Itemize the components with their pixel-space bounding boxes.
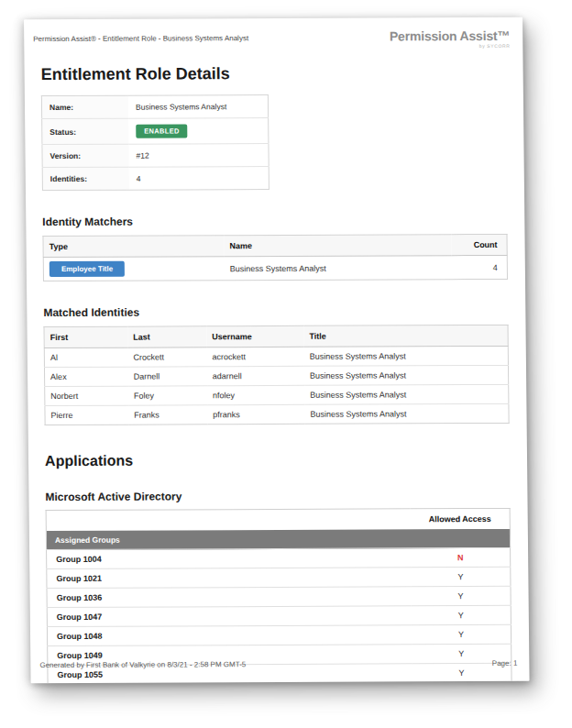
page-title: Entitlement Role Details: [41, 63, 506, 84]
table-row: Pierre Franks pfranks Business Systems A…: [45, 403, 509, 425]
matcher-name-cell: Business Systems Analyst: [225, 256, 452, 281]
detail-label: Version:: [42, 144, 129, 167]
table-row: Name: Business Systems Analyst: [41, 95, 268, 119]
table-row: Group 1048 Y: [47, 624, 511, 645]
report-header: Permission Assist® - Entitlement Role - …: [24, 17, 522, 50]
identity-last: Franks: [128, 405, 207, 425]
matcher-type-cell: Employee Title: [43, 257, 225, 281]
table-header-row: First Last Username Title: [44, 325, 508, 347]
identity-username: nfoley: [207, 385, 304, 404]
identity-title: Business Systems Analyst: [304, 365, 509, 385]
identity-username: pfranks: [207, 404, 304, 424]
identity-first: Norbert: [45, 386, 128, 405]
detail-label: Identities:: [42, 167, 129, 190]
matcher-count-cell: 4: [451, 255, 507, 279]
column-header-first: First: [44, 326, 127, 347]
logo-tagline: by SYCORR: [390, 44, 510, 50]
table-row: Status: ENABLED: [42, 118, 269, 145]
allowed-access-value: Y: [412, 605, 512, 624]
allowed-access-value: N: [411, 547, 511, 567]
table-row: Employee Title Business Systems Analyst …: [43, 255, 507, 281]
column-header-type: Type: [43, 236, 225, 258]
table-row: Group 1021 Y: [47, 567, 511, 588]
logo-wordmark: Permission Assist™: [390, 29, 510, 43]
allowed-access-value: Y: [412, 624, 512, 644]
group-name: Group 1048: [47, 625, 412, 646]
column-header-title: Title: [303, 325, 508, 347]
identity-matchers-table: Type Name Count Employee Title Business …: [42, 234, 508, 281]
matched-identities-heading: Matched Identities: [43, 304, 508, 319]
matcher-type-badge: Employee Title: [50, 261, 126, 277]
application-name: Microsoft Active Directory: [45, 489, 510, 503]
status-badge: ENABLED: [136, 124, 188, 138]
column-header-count: Count: [451, 234, 507, 255]
table-header-row: Allowed Access: [46, 508, 510, 531]
generated-by-text: Generated by First Bank of Valkyrie on 8…: [39, 660, 246, 669]
table-row: Alex Darnell adarnell Business Systems A…: [44, 365, 508, 386]
table-row: Group 1004 N: [47, 547, 511, 568]
assigned-groups-bar: Assigned Groups: [46, 529, 510, 550]
applications-heading: Applications: [45, 451, 510, 469]
table-row: Al Crockett acrockett Business Systems A…: [44, 346, 508, 367]
assigned-groups-label: Assigned Groups: [46, 529, 510, 550]
matched-identities-table: First Last Username Title Al Crockett ac…: [44, 325, 510, 425]
table-row: Norbert Foley nfoley Business Systems An…: [45, 384, 509, 405]
detail-value: ENABLED: [128, 118, 269, 145]
screenshot-stage: Permission Assist® - Entitlement Role - …: [0, 0, 572, 728]
identity-title: Business Systems Analyst: [304, 403, 509, 424]
identity-last: Darnell: [128, 367, 207, 386]
detail-value: Business Systems Analyst: [128, 95, 269, 119]
report-body: Entitlement Role Details Name: Business …: [25, 63, 530, 683]
allowed-access-header: Allowed Access: [411, 508, 511, 529]
column-header-name: Name: [224, 235, 451, 257]
column-header-last: Last: [127, 326, 206, 347]
group-name: Group 1036: [47, 587, 412, 608]
column-header-username: Username: [206, 325, 303, 347]
identity-title: Business Systems Analyst: [304, 346, 509, 366]
empty-header-cell: [46, 509, 411, 531]
identity-first: Pierre: [45, 405, 128, 425]
detail-value: #12: [128, 144, 269, 168]
identity-last: Foley: [128, 386, 207, 405]
identity-username: adarnell: [207, 366, 304, 385]
role-details-table: Name: Business Systems Analyst Status: E…: [41, 94, 270, 191]
permission-assist-logo: Permission Assist™ by SYCORR: [390, 29, 510, 50]
identity-first: Alex: [44, 367, 127, 386]
table-row: Group 1036 Y: [47, 586, 511, 607]
table-row: Identities: 4: [42, 167, 269, 191]
group-name: Group 1047: [47, 606, 412, 627]
detail-value: 4: [129, 167, 270, 191]
identity-first: Al: [44, 347, 127, 367]
identity-last: Crockett: [127, 347, 206, 367]
identity-title: Business Systems Analyst: [304, 384, 509, 404]
table-header-row: Type Name Count: [43, 234, 507, 257]
identity-username: acrockett: [206, 347, 303, 366]
group-name: Group 1004: [47, 548, 412, 569]
table-row: Group 1047 Y: [47, 605, 511, 626]
detail-label: Name:: [41, 95, 128, 118]
allowed-access-value: Y: [411, 586, 511, 605]
active-directory-table: Allowed Access Assigned Groups Group 100…: [46, 508, 512, 683]
group-name: Group 1021: [47, 568, 412, 589]
report-page: Permission Assist® - Entitlement Role - …: [24, 17, 530, 683]
detail-label: Status:: [42, 118, 129, 144]
page-number: Page: 1: [492, 659, 518, 667]
breadcrumb: Permission Assist® - Entitlement Role - …: [33, 30, 248, 43]
allowed-access-value: Y: [411, 567, 511, 586]
table-row: Version: #12: [42, 144, 269, 168]
identity-matchers-heading: Identity Matchers: [42, 214, 507, 228]
